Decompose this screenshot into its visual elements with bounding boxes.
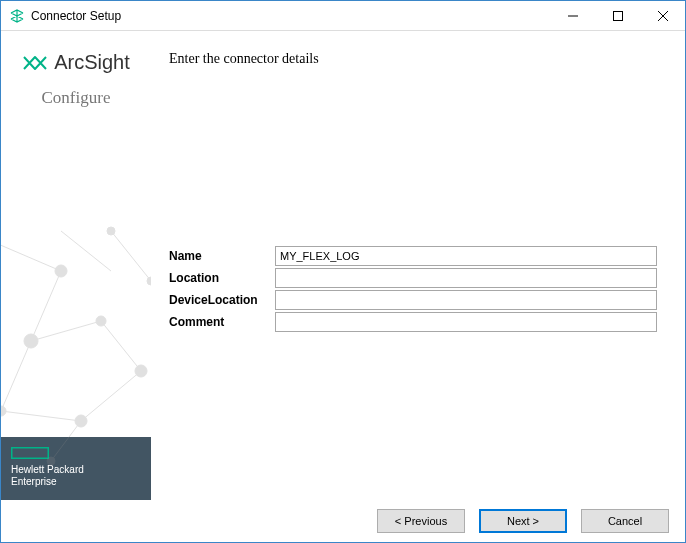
- svg-line-9: [51, 421, 81, 461]
- sidebar: ArcSight Configure: [1, 31, 151, 500]
- sidebar-branding: ArcSight Configure: [1, 31, 151, 118]
- previous-button[interactable]: < Previous: [377, 509, 465, 533]
- window-controls: [550, 1, 685, 30]
- button-bar: < Previous Next > Cancel: [1, 500, 685, 542]
- location-label: Location: [169, 271, 219, 285]
- name-label: Name: [169, 249, 202, 263]
- cancel-button[interactable]: Cancel: [581, 509, 669, 533]
- device-location-label: DeviceLocation: [169, 293, 258, 307]
- instruction-text: Enter the connector details: [169, 51, 667, 67]
- svg-line-3: [31, 271, 61, 341]
- minimize-button[interactable]: [550, 1, 595, 30]
- form-area: Name Location DeviceLocation Commen: [169, 77, 667, 490]
- network-graphic: [1, 211, 151, 471]
- svg-point-12: [55, 265, 67, 277]
- titlebar: Connector Setup: [1, 1, 685, 31]
- svg-line-10: [111, 231, 151, 281]
- arcsight-icon: [22, 53, 48, 73]
- next-button[interactable]: Next >: [479, 509, 567, 533]
- svg-line-6: [1, 341, 31, 411]
- svg-line-5: [101, 321, 141, 371]
- svg-line-8: [81, 371, 141, 421]
- svg-point-17: [1, 406, 6, 416]
- svg-point-16: [135, 365, 147, 377]
- svg-point-13: [107, 227, 115, 235]
- svg-point-18: [75, 415, 87, 427]
- svg-point-19: [47, 457, 55, 465]
- comment-field[interactable]: [275, 312, 657, 332]
- close-button[interactable]: [640, 1, 685, 30]
- comment-label: Comment: [169, 315, 224, 329]
- window-title: Connector Setup: [31, 9, 550, 23]
- connector-setup-window: Connector Setup ArcS: [0, 0, 686, 543]
- svg-line-4: [31, 321, 101, 341]
- content-area: ArcSight Configure: [1, 31, 685, 500]
- svg-line-1: [1, 241, 61, 271]
- brand-name: ArcSight: [54, 51, 130, 74]
- svg-rect-0: [613, 11, 622, 20]
- form-grid: Name Location DeviceLocation Commen: [169, 245, 657, 333]
- device-location-field[interactable]: [275, 290, 657, 310]
- app-icon: [9, 8, 25, 24]
- arcsight-logo: ArcSight: [11, 51, 141, 74]
- location-field[interactable]: [275, 268, 657, 288]
- vendor-line-2: Enterprise: [11, 476, 57, 487]
- name-field[interactable]: [275, 246, 657, 266]
- maximize-button[interactable]: [595, 1, 640, 30]
- svg-point-14: [24, 334, 38, 348]
- svg-line-2: [61, 231, 111, 271]
- main-panel: Enter the connector details Name Locatio…: [151, 31, 685, 500]
- sidebar-subtitle: Configure: [11, 88, 141, 108]
- svg-line-7: [1, 411, 81, 421]
- svg-point-15: [96, 316, 106, 326]
